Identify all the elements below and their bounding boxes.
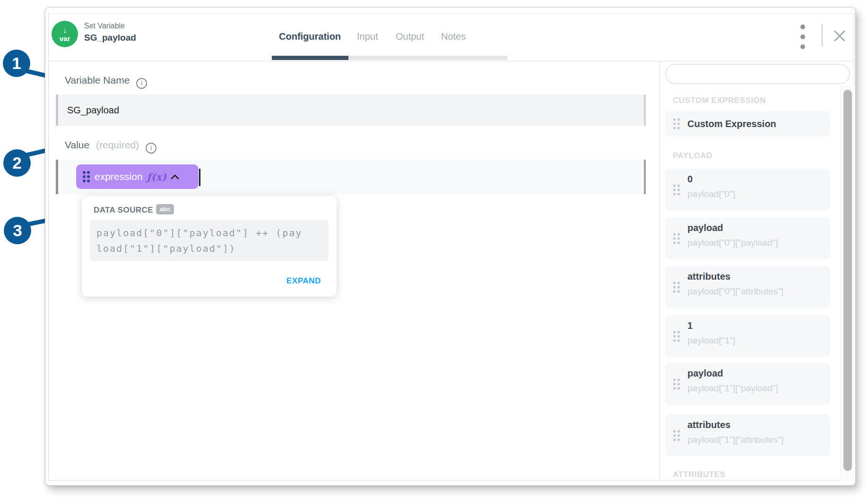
tab-input[interactable]: Input — [357, 31, 378, 42]
tab-notes[interactable]: Notes — [441, 31, 466, 42]
sidebar-scrollbar-track[interactable] — [841, 86, 854, 480]
drag-handle-icon[interactable] — [82, 170, 91, 183]
tab-output[interactable]: Output — [396, 31, 424, 42]
value-label: Value (required)i — [65, 139, 156, 154]
tab-configuration[interactable]: Configuration — [279, 31, 341, 42]
sidebar-divider — [660, 61, 660, 480]
expression-chip-label: expression — [95, 171, 143, 182]
annotation-badge-2: 2 — [3, 149, 31, 177]
annotation-badge-3: 3 — [4, 217, 31, 244]
section-header-payload: PAYLOAD — [673, 151, 712, 161]
section-header-attributes: ATTRIBUTES — [673, 470, 725, 480]
expression-chip[interactable]: expression ƒ(x) — [76, 164, 199, 189]
drag-handle-icon[interactable] — [673, 330, 680, 343]
drag-handle-icon[interactable] — [673, 429, 680, 442]
header-divider — [48, 61, 854, 61]
step-name-title: SG_payload — [84, 33, 136, 43]
active-tab-underline — [272, 56, 348, 60]
expand-button[interactable]: EXPAND — [286, 276, 321, 286]
down-arrow-icon: ↓ — [63, 26, 67, 34]
sidebar-item-payload-0[interactable]: 0 payload["0"] — [665, 169, 830, 211]
step-type-label: Set Variable — [84, 22, 125, 30]
var-icon-label: var — [60, 35, 70, 42]
close-icon[interactable] — [833, 29, 846, 43]
sidebar-item-payload-0-attributes[interactable]: attributes payload["0"]["attributes"] — [665, 266, 830, 308]
header-vertical-divider — [822, 24, 823, 46]
info-icon[interactable]: i — [136, 78, 147, 89]
info-icon[interactable]: i — [146, 143, 156, 154]
data-source-label: DATA SOURCE — [94, 206, 153, 215]
drag-handle-icon[interactable] — [673, 281, 680, 293]
sidebar-item-payload-0-payload[interactable]: payload payload["0"]["payload"] — [665, 217, 830, 259]
more-options-icon[interactable] — [799, 25, 807, 49]
sidebar-search-input[interactable] — [665, 64, 850, 84]
annotation-badge-1: 1 — [3, 50, 30, 77]
drag-handle-icon[interactable] — [673, 118, 680, 130]
variable-name-value: SG_payload — [67, 105, 119, 116]
function-icon: ƒ(x) — [147, 171, 166, 183]
required-hint: (required) — [96, 139, 139, 150]
expression-popup: DATA SOURCE abc payload["0"]["payload"] … — [82, 196, 337, 297]
variable-name-input[interactable]: SG_payload — [56, 94, 646, 126]
type-badge-abc: abc — [156, 204, 174, 214]
sidebar-item-payload-1[interactable]: 1 payload["1"] — [665, 315, 830, 357]
sidebar-item-payload-1-attributes[interactable]: attributes payload["1"]["attributes"] — [665, 414, 830, 456]
variable-name-label: Variable Namei — [65, 75, 147, 89]
drag-handle-icon[interactable] — [673, 184, 680, 196]
sidebar-scrollbar-thumb[interactable] — [843, 90, 852, 471]
drag-handle-icon[interactable] — [673, 232, 680, 245]
expression-code-preview[interactable]: payload["0"]["payload"] ++ (pay load["1"… — [90, 220, 329, 261]
sidebar-item-payload-1-payload[interactable]: payload payload["1"]["payload"] — [665, 363, 830, 405]
sidebar-item-custom-expression[interactable]: Custom Expression — [665, 111, 830, 137]
set-variable-step-icon: ↓ var — [52, 21, 78, 47]
chevron-up-icon[interactable] — [171, 174, 179, 180]
section-header-custom-expression: CUSTOM EXPRESSION — [673, 96, 766, 105]
text-cursor — [199, 169, 200, 186]
drag-handle-icon[interactable] — [673, 378, 680, 390]
